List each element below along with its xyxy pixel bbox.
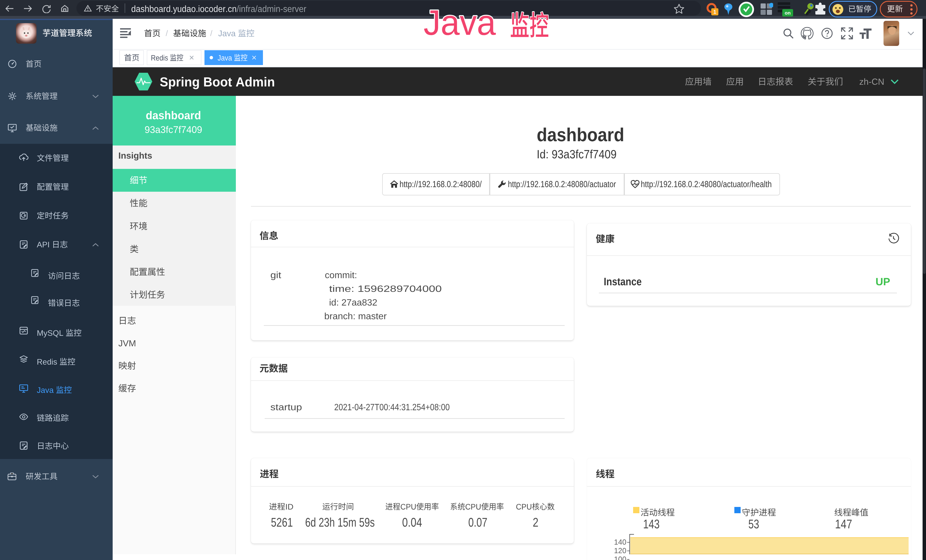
svg-text:1: 1 (713, 9, 716, 15)
svg-text:on: on (785, 10, 791, 16)
